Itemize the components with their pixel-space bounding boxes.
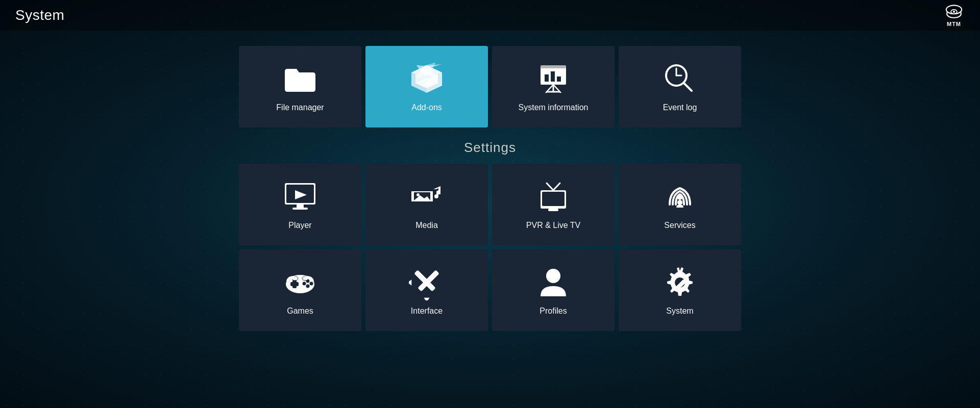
svg-marker-55: [423, 295, 430, 300]
interface-icon: [409, 265, 445, 300]
tile-services[interactable]: Services: [619, 164, 741, 245]
file-manager-label: File manager: [276, 103, 324, 112]
system-icon: [662, 265, 698, 300]
svg-rect-30: [297, 205, 304, 208]
svg-line-40: [547, 183, 553, 190]
profiles-icon: [535, 265, 571, 300]
tile-system-information[interactable]: System information: [492, 46, 615, 128]
event-log-label: Event log: [663, 103, 697, 112]
mtm-logo-icon: [943, 4, 965, 20]
svg-point-36: [416, 193, 420, 196]
tile-interface[interactable]: Interface: [365, 249, 488, 331]
svg-line-25: [684, 84, 692, 91]
mtm-text: MTM: [947, 21, 961, 27]
svg-point-44: [677, 195, 682, 200]
svg-rect-34: [411, 201, 433, 205]
settings-label: Settings: [464, 140, 516, 156]
interface-label: Interface: [411, 307, 443, 316]
svg-point-49: [310, 282, 313, 286]
player-label: Player: [288, 221, 311, 230]
tile-player[interactable]: Player: [239, 164, 361, 245]
svg-rect-15: [551, 71, 555, 82]
settings-section: Settings: [239, 140, 741, 331]
mtm-logo: MTM: [943, 4, 965, 27]
svg-rect-39: [542, 192, 565, 206]
services-label: Services: [664, 221, 695, 230]
media-icon: [409, 179, 445, 215]
system-information-icon: [535, 61, 571, 97]
top-bar: System MTM: [0, 0, 980, 31]
system-information-label: System information: [519, 103, 589, 112]
player-icon: [282, 179, 318, 215]
tile-media[interactable]: Media: [365, 164, 488, 245]
games-icon: [282, 265, 318, 300]
pvr-live-tv-label: PVR & Live TV: [526, 221, 580, 230]
tile-add-ons[interactable]: Add-ons: [365, 46, 488, 128]
top-row: File manager: [239, 46, 741, 128]
svg-point-58: [546, 269, 560, 283]
add-ons-label: Add-ons: [411, 103, 442, 112]
tile-games[interactable]: Games: [239, 249, 361, 331]
settings-grid: Player: [239, 164, 741, 331]
profiles-label: Profiles: [540, 307, 567, 316]
svg-line-41: [553, 183, 560, 190]
svg-rect-13: [541, 65, 566, 68]
svg-point-43: [677, 200, 682, 205]
svg-point-2: [953, 11, 955, 13]
tile-pvr-live-tv[interactable]: PVR & Live TV: [492, 164, 615, 245]
media-label: Media: [415, 221, 438, 230]
svg-rect-47: [292, 280, 297, 288]
svg-rect-16: [557, 76, 561, 82]
settings-row-2: Games: [239, 249, 741, 331]
svg-point-50: [306, 285, 310, 288]
svg-rect-33: [411, 188, 433, 191]
event-log-icon: [662, 61, 698, 97]
page-title: System: [15, 7, 64, 23]
pvr-live-tv-icon: [535, 179, 571, 215]
tile-event-log[interactable]: Event log: [619, 46, 741, 128]
svg-rect-14: [545, 74, 549, 82]
svg-marker-57: [409, 279, 414, 286]
settings-row-1: Player: [239, 164, 741, 245]
tile-file-manager[interactable]: File manager: [239, 46, 361, 128]
tile-profiles[interactable]: Profiles: [492, 249, 615, 331]
svg-point-51: [303, 282, 306, 286]
games-label: Games: [287, 307, 313, 316]
system-label: System: [666, 307, 693, 316]
add-ons-icon: [409, 61, 445, 97]
svg-rect-42: [548, 209, 558, 211]
services-icon: [662, 179, 698, 215]
tile-system[interactable]: System: [619, 249, 741, 331]
svg-rect-31: [292, 208, 308, 210]
main-content: File manager: [0, 31, 980, 408]
file-manager-icon: [282, 61, 318, 97]
